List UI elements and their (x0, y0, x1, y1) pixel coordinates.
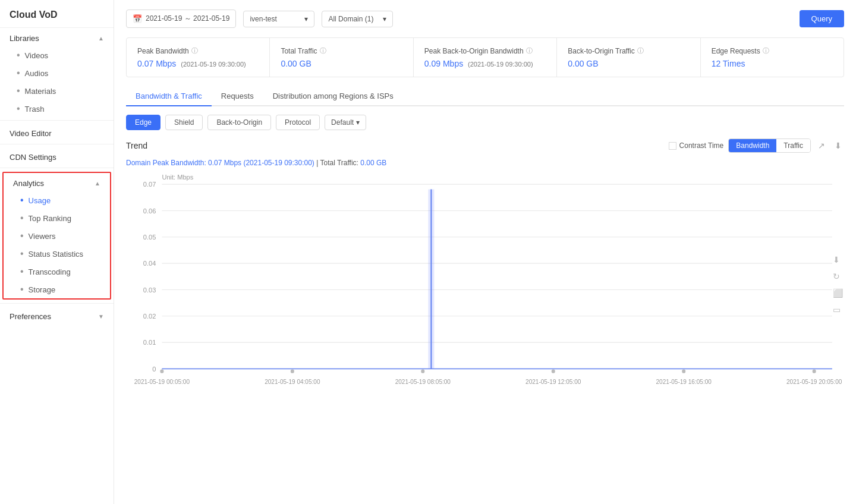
stat-peak-origin-bandwidth: Peak Back-to-Origin Bandwidth ⓘ 0.09 Mbp… (414, 38, 557, 77)
sub-controls: Edge Shield Back-to-Origin Protocol Defa… (126, 115, 844, 130)
all-domain-value: All Domain (1) (328, 15, 373, 23)
bandwidth-traffic-toggle: Bandwidth Traffic (728, 138, 811, 153)
sidebar-item-audios[interactable]: Audios (0, 64, 114, 82)
shrink-chart-icon[interactable]: ▭ (833, 305, 843, 314)
download-icon-btn[interactable]: ⬇ (832, 140, 844, 152)
bandwidth-toggle-btn[interactable]: Bandwidth (729, 139, 776, 152)
analytics-header[interactable]: Analytics ▲ (4, 173, 110, 191)
domain-select[interactable]: iven-test ▾ (243, 11, 314, 27)
help-icon-peak-bandwidth[interactable]: ⓘ (191, 46, 198, 55)
btn-protocol[interactable]: Protocol (276, 115, 320, 130)
stat-label-peak-bandwidth: Peak Bandwidth ⓘ (137, 46, 259, 55)
analytics-chevron: ▲ (95, 180, 100, 187)
sidebar-item-videos[interactable]: Videos (0, 46, 114, 64)
preferences-header[interactable]: Preferences ▼ (0, 306, 114, 325)
stat-label-edge-requests: Edge Requests ⓘ (712, 46, 833, 55)
chart-title: Trend (126, 141, 147, 150)
sidebar-item-top-ranking[interactable]: Top Ranking (4, 209, 110, 227)
tab-bandwidth-traffic[interactable]: Bandwidth & Traffic (126, 87, 212, 106)
expand-chart-icon[interactable]: ⬜ (833, 288, 843, 298)
sidebar-item-materials[interactable]: Materials (0, 82, 114, 100)
stat-value-peak-origin: 0.09 Mbps (2021-05-19 09:30:00) (424, 59, 546, 68)
svg-text:2021-05-19 00:05:00: 2021-05-19 00:05:00 (134, 379, 190, 385)
stat-label-peak-origin: Peak Back-to-Origin Bandwidth ⓘ (424, 46, 546, 55)
svg-text:Unit: Mbps: Unit: Mbps (162, 173, 193, 180)
svg-point-21 (552, 370, 555, 373)
divider-4 (0, 303, 114, 304)
traffic-toggle-btn[interactable]: Traffic (776, 139, 810, 152)
help-icon-peak-origin[interactable]: ⓘ (526, 46, 533, 55)
domain-select-value: iven-test (250, 15, 276, 23)
divider-1 (0, 120, 114, 121)
stat-value-peak-bandwidth: 0.07 Mbps (2021-05-19 09:30:00) (137, 59, 259, 68)
refresh-chart-icon[interactable]: ↻ (833, 272, 843, 281)
chart-domain-peak: Domain Peak Bandwidth: 0.07 Mbps (2021-0… (126, 159, 314, 167)
tab-requests[interactable]: Requests (212, 87, 263, 106)
sidebar-video-editor[interactable]: Video Editor (0, 123, 114, 141)
libraries-section: Libraries ▲ Videos Audios Materials Tras… (0, 28, 114, 118)
sidebar-cdn-settings[interactable]: CDN Settings (0, 147, 114, 165)
analytics-label: Analytics (13, 179, 44, 188)
svg-point-23 (813, 370, 816, 373)
divider-3 (0, 168, 114, 168)
chart-controls: Contrast Time Bandwidth Traffic ↗ ⬇ (669, 138, 844, 153)
svg-text:0.07: 0.07 (143, 181, 156, 188)
date-range-picker[interactable]: 📅 2021-05-19 ～ 2021-05-19 (126, 10, 236, 28)
svg-text:0: 0 (152, 365, 156, 372)
contrast-time-checkbox[interactable] (669, 142, 676, 150)
btn-shield[interactable]: Shield (165, 115, 203, 130)
download-chart-icon[interactable]: ⬇ (833, 255, 843, 264)
chart-header: Trend Contrast Time Bandwidth Traffic ↗ … (126, 138, 844, 153)
sidebar-item-trash[interactable]: Trash (0, 100, 114, 118)
app-logo: Cloud VoD (0, 0, 114, 28)
svg-point-18 (160, 370, 163, 373)
chart-total-traffic: 0.00 GB (360, 159, 386, 167)
chart-info: Domain Peak Bandwidth: 0.07 Mbps (2021-0… (126, 159, 844, 167)
tab-distribution[interactable]: Distribution among Regions & ISPs (263, 87, 403, 106)
sidebar-item-viewers[interactable]: Viewers (4, 227, 110, 245)
sidebar-item-transcoding[interactable]: Transcoding (4, 263, 110, 281)
chart-container: 0.07 0.06 0.05 0.04 0.03 0.02 0.01 0 Uni… (126, 172, 844, 398)
svg-point-22 (682, 370, 685, 373)
date-range-value: 2021-05-19 ～ 2021-05-19 (146, 14, 229, 24)
help-icon-origin-traffic[interactable]: ⓘ (637, 46, 644, 55)
svg-text:2021-05-19 12:05:00: 2021-05-19 12:05:00 (525, 379, 581, 385)
libraries-label: Libraries (10, 34, 39, 43)
btn-edge[interactable]: Edge (126, 115, 160, 130)
stat-value-total-traffic: 0.00 GB (281, 59, 402, 68)
all-domain-chevron: ▾ (383, 15, 386, 23)
svg-text:0.03: 0.03 (143, 286, 156, 293)
svg-text:0.02: 0.02 (143, 313, 156, 320)
contrast-time-control: Contrast Time (669, 141, 724, 150)
chart-svg: 0.07 0.06 0.05 0.04 0.03 0.02 0.01 0 Uni… (126, 172, 844, 398)
svg-text:2021-05-19 16:05:00: 2021-05-19 16:05:00 (656, 379, 712, 385)
help-icon-edge-requests[interactable]: ⓘ (763, 46, 769, 55)
svg-text:0.01: 0.01 (143, 339, 156, 346)
contrast-time-label: Contrast Time (679, 141, 724, 150)
help-icon-total-traffic[interactable]: ⓘ (320, 46, 326, 55)
stat-peak-bandwidth: Peak Bandwidth ⓘ 0.07 Mbps (2021-05-19 0… (127, 38, 270, 77)
svg-text:2021-05-19 04:05:00: 2021-05-19 04:05:00 (265, 379, 320, 385)
preferences-chevron: ▼ (98, 313, 104, 320)
top-controls: 📅 2021-05-19 ～ 2021-05-19 iven-test ▾ Al… (126, 10, 844, 28)
default-select-chevron: ▾ (356, 118, 360, 127)
divider-2 (0, 144, 114, 144)
main-content: 📅 2021-05-19 ～ 2021-05-19 iven-test ▾ Al… (114, 0, 856, 504)
sidebar-item-storage[interactable]: Storage (4, 281, 110, 298)
domain-select-chevron: ▾ (304, 15, 308, 23)
query-button[interactable]: Query (800, 10, 844, 27)
stat-label-total-traffic: Total Traffic ⓘ (281, 46, 402, 55)
chart-section: Trend Contrast Time Bandwidth Traffic ↗ … (126, 138, 844, 398)
stat-value-origin-traffic: 0.00 GB (568, 59, 689, 68)
sidebar-item-status-statistics[interactable]: Status Statistics (4, 245, 110, 263)
all-domain-select[interactable]: All Domain (1) ▾ (322, 11, 393, 27)
trend-icon-btn[interactable]: ↗ (816, 140, 827, 152)
libraries-header[interactable]: Libraries ▲ (0, 28, 114, 46)
sidebar-item-usage[interactable]: Usage (4, 191, 110, 209)
stat-origin-traffic: Back-to-Origin Traffic ⓘ 0.00 GB (557, 38, 700, 77)
svg-text:0.05: 0.05 (143, 234, 156, 241)
svg-text:0.06: 0.06 (143, 207, 156, 214)
default-select[interactable]: Default ▾ (325, 115, 366, 130)
svg-point-19 (291, 370, 294, 373)
btn-back-to-origin[interactable]: Back-to-Origin (207, 115, 271, 130)
